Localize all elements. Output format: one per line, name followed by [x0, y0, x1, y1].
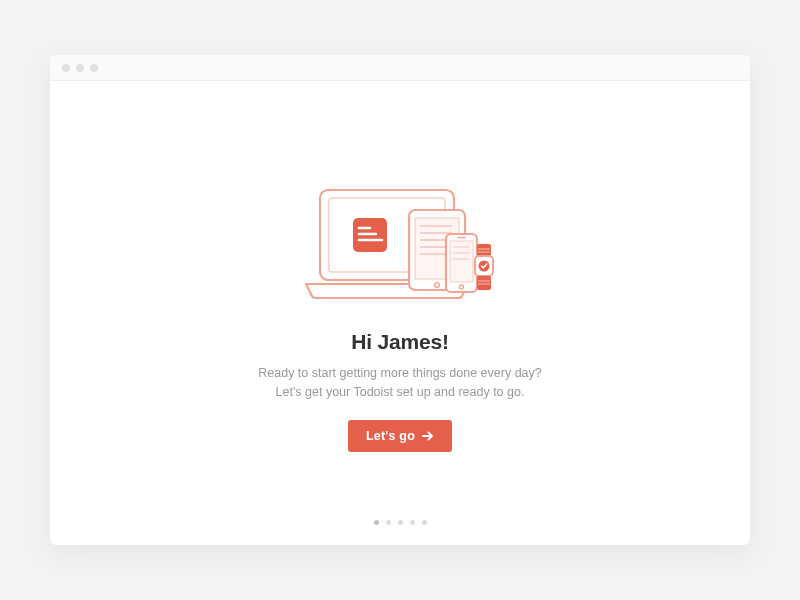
subtitle-line-2: Let's get your Todoist set up and ready … — [276, 385, 525, 399]
pager-dot-5[interactable] — [422, 520, 427, 525]
devices-icon — [300, 184, 500, 310]
arrow-right-icon — [422, 431, 434, 441]
lets-go-button[interactable]: Let's go — [348, 420, 452, 452]
browser-window: Hi James! Ready to start getting more th… — [50, 55, 750, 545]
subtitle-line-1: Ready to start getting more things done … — [258, 366, 542, 380]
window-minimize-dot[interactable] — [76, 64, 84, 72]
window-maximize-dot[interactable] — [90, 64, 98, 72]
svg-point-26 — [479, 260, 490, 271]
pager-dot-4[interactable] — [410, 520, 415, 525]
onboarding-greeting: Hi James! — [351, 330, 448, 354]
devices-illustration — [300, 184, 500, 314]
onboarding-pager — [50, 520, 750, 525]
svg-rect-21 — [477, 276, 491, 290]
pager-dot-2[interactable] — [386, 520, 391, 525]
pager-dot-1[interactable] — [374, 520, 379, 525]
window-close-dot[interactable] — [62, 64, 70, 72]
pager-dot-3[interactable] — [398, 520, 403, 525]
onboarding-subtitle: Ready to start getting more things done … — [258, 364, 542, 403]
cta-label: Let's go — [366, 429, 415, 443]
onboarding-content: Hi James! Ready to start getting more th… — [50, 81, 750, 545]
svg-rect-19 — [477, 244, 491, 256]
window-titlebar — [50, 55, 750, 81]
